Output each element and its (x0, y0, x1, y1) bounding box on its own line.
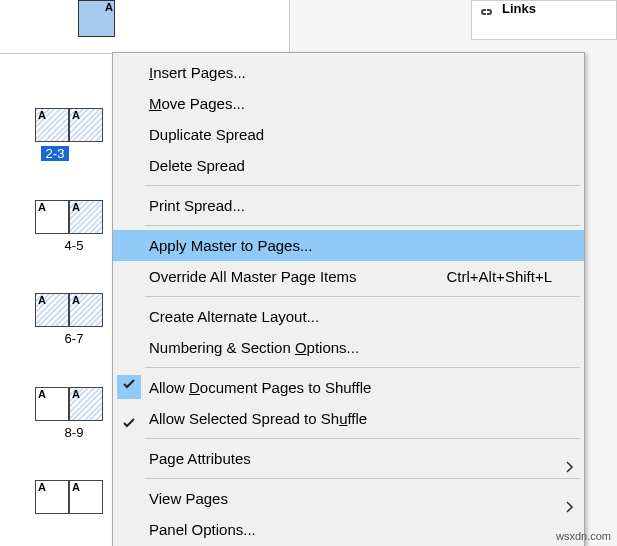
menu-separator (145, 478, 580, 479)
page-master-letter: A (38, 388, 46, 400)
page-master-letter: A (72, 481, 80, 493)
page-left[interactable]: A (35, 480, 69, 514)
menu-shortcut: Ctrl+Alt+Shift+L (447, 261, 552, 292)
check-icon (117, 375, 141, 399)
page-master-letter: A (38, 201, 46, 213)
menu-numbering[interactable]: Numbering & Section Options... (113, 332, 584, 363)
page-master-letter: A (72, 109, 80, 121)
page-right[interactable]: A (69, 480, 103, 514)
master-letter: A (105, 1, 113, 13)
menu-separator (145, 225, 580, 226)
menu-label: Allow Selected Spread to Shuffle (149, 410, 367, 427)
page-7[interactable]: A (69, 293, 103, 327)
menu-print-spread[interactable]: Print Spread... (113, 190, 584, 221)
links-label: Links (502, 1, 536, 16)
page-5[interactable]: A (69, 200, 103, 234)
menu-create-alternate[interactable]: Create Alternate Layout... (113, 301, 584, 332)
page-8[interactable]: A (35, 387, 69, 421)
page-master-letter: A (38, 481, 46, 493)
menu-label: Delete Spread (149, 157, 245, 174)
menu-override-master[interactable]: Override All Master Page Items Ctrl+Alt+… (113, 261, 584, 292)
menu-separator (145, 367, 580, 368)
links-icon (478, 4, 496, 22)
master-page-preview[interactable]: A (78, 0, 115, 37)
menu-label: Override All Master Page Items (149, 268, 357, 285)
menu-label: Apply Master to Pages... (149, 237, 312, 254)
menu-panel-options[interactable]: Panel Options... (113, 514, 584, 545)
watermark: wsxdn.com (556, 530, 611, 542)
page-master-letter: A (72, 201, 80, 213)
check-icon (121, 410, 137, 441)
menu-insert-pages[interactable]: Insert Pages... (113, 57, 584, 88)
menu-label: Page Attributes (149, 450, 251, 467)
page-master-letter: A (72, 294, 80, 306)
menu-duplicate-spread[interactable]: Duplicate Spread (113, 119, 584, 150)
pages-context-menu: Insert Pages... Move Pages... Duplicate … (112, 52, 585, 546)
menu-label: Print Spread... (149, 197, 245, 214)
page-master-letter: A (72, 388, 80, 400)
links-panel-header[interactable]: Links (471, 0, 617, 40)
page-9[interactable]: A (69, 387, 103, 421)
menu-label: Move Pages... (149, 95, 245, 112)
menu-allow-sel-shuffle[interactable]: Allow Selected Spread to Shuffle (113, 403, 584, 434)
menu-label: Panel Options... (149, 521, 256, 538)
submenu-arrow-icon (566, 452, 574, 483)
page-master-letter: A (38, 294, 46, 306)
spread-label[interactable]: 2-3 (41, 146, 69, 161)
menu-apply-master[interactable]: Apply Master to Pages... (113, 230, 584, 261)
menu-view-pages[interactable]: View Pages (113, 483, 584, 514)
menu-move-pages[interactable]: Move Pages... (113, 88, 584, 119)
menu-label: Numbering & Section Options... (149, 339, 359, 356)
page-4[interactable]: A (35, 200, 69, 234)
menu-separator (145, 438, 580, 439)
page-master-letter: A (38, 109, 46, 121)
menu-page-attributes[interactable]: Page Attributes (113, 443, 584, 474)
menu-separator (145, 296, 580, 297)
page-6[interactable]: A (35, 293, 69, 327)
menu-label: Duplicate Spread (149, 126, 264, 143)
page-2[interactable]: A (35, 108, 69, 142)
menu-delete-spread[interactable]: Delete Spread (113, 150, 584, 181)
menu-label: Create Alternate Layout... (149, 308, 319, 325)
menu-label: Allow Document Pages to Shuffle (149, 379, 371, 396)
menu-label: Insert Pages... (149, 64, 246, 81)
menu-label: View Pages (149, 490, 228, 507)
menu-separator (145, 185, 580, 186)
menu-allow-doc-shuffle[interactable]: Allow Document Pages to Shuffle (113, 372, 584, 403)
page-3[interactable]: A (69, 108, 103, 142)
